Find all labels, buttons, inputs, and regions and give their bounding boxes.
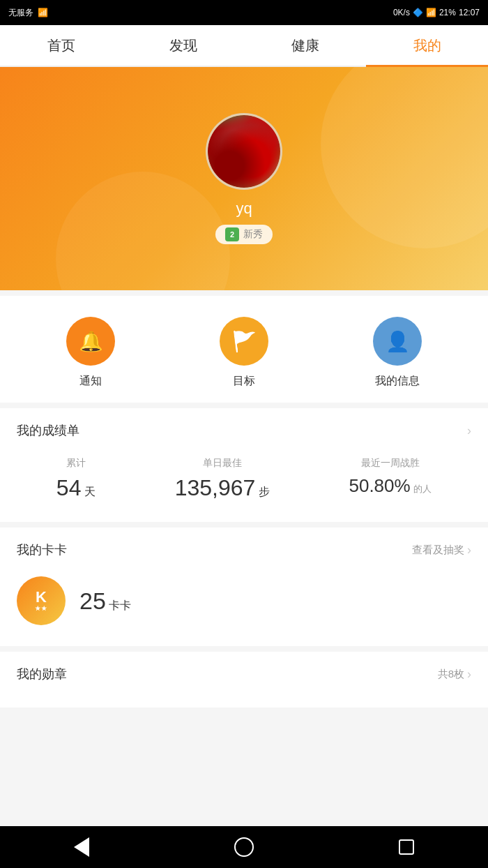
- kaka-title: 我的卡卡: [17, 541, 67, 558]
- stat-best-unit: 步: [259, 486, 270, 497]
- recents-icon: [399, 839, 414, 855]
- wifi-icon: 📶: [426, 8, 436, 17]
- avatar[interactable]: [206, 113, 282, 190]
- status-bar: 无服务 📶 0K/s 🔷 📶 21% 12:07: [0, 0, 488, 25]
- stat-total-value-row: 54 天: [56, 475, 96, 501]
- notification-icon-bg: 🔔: [66, 317, 115, 366]
- kaka-header: 我的卡卡 查看及抽奖 ›: [17, 541, 471, 558]
- status-left: 无服务 📶: [8, 7, 48, 19]
- bottom-nav: [0, 826, 488, 868]
- medal-header: 我的勋章 共8枚 ›: [17, 666, 471, 682]
- stat-weekly-value-row: 50.80% 的人: [349, 475, 432, 497]
- tab-discover[interactable]: 发现: [122, 25, 244, 66]
- medal-section: 我的勋章 共8枚 ›: [0, 652, 488, 708]
- stat-total-days: 累计 54 天: [56, 457, 96, 501]
- kaka-amount: 25: [79, 588, 106, 614]
- battery-percent: 21%: [439, 8, 456, 17]
- kaka-row: K ★★ 25 卡卡: [17, 569, 471, 632]
- user-icon: 👤: [386, 330, 410, 353]
- level-title: 新秀: [243, 228, 263, 241]
- signal-icons: 📶: [38, 8, 48, 17]
- status-right: 0K/s 🔷 📶 21% 12:07: [393, 8, 480, 17]
- scorecard-section: 我的成绩单 › 累计 54 天 单日最佳 135,967 步 最近一周战胜 50…: [0, 408, 488, 522]
- bell-icon: 🔔: [79, 330, 103, 353]
- stat-weekly-suffix: 的人: [413, 484, 432, 494]
- medal-title: 我的勋章: [17, 666, 67, 682]
- home-icon: [234, 837, 254, 857]
- stat-best-value-row: 135,967 步: [175, 475, 270, 501]
- time-display: 12:07: [459, 8, 480, 17]
- kaka-link-text: 查看及抽奖: [412, 544, 464, 557]
- kaka-unit: 卡卡: [109, 599, 131, 611]
- tab-health[interactable]: 健康: [244, 25, 366, 66]
- stat-total-label: 累计: [66, 457, 86, 470]
- nav-back-button[interactable]: [68, 833, 96, 861]
- medal-link[interactable]: 共8枚 ›: [438, 667, 471, 682]
- kaka-icon-letter: K: [36, 589, 47, 606]
- level-number: 2: [225, 227, 239, 241]
- back-icon: [74, 837, 89, 857]
- no-service-text: 无服务: [8, 7, 33, 19]
- myinfo-icon-bg: 👤: [373, 317, 422, 366]
- stat-weekly: 最近一周战胜 50.80% 的人: [349, 457, 432, 501]
- tab-home[interactable]: 首页: [0, 25, 122, 66]
- kaka-section: 我的卡卡 查看及抽奖 › K ★★ 25 卡卡: [0, 527, 488, 646]
- network-speed: 0K/s: [393, 8, 410, 17]
- kaka-icon-inner: K ★★: [35, 589, 47, 613]
- myinfo-label: 我的信息: [375, 374, 420, 389]
- level-badge: 2 新秀: [215, 225, 273, 244]
- goal-icon-bg: 🚩: [220, 317, 268, 366]
- medal-count: 共8枚: [438, 668, 464, 681]
- stats-row: 累计 54 天 单日最佳 135,967 步 最近一周战胜 50.80% 的人: [17, 450, 471, 508]
- scorecard-title: 我的成绩单: [17, 422, 79, 439]
- tab-mine[interactable]: 我的: [366, 25, 488, 66]
- action-myinfo[interactable]: 👤 我的信息: [321, 317, 474, 389]
- profile-header: yq 2 新秀: [0, 67, 488, 290]
- stat-weekly-label: 最近一周战胜: [361, 457, 420, 470]
- stat-total-value: 54: [56, 475, 82, 500]
- action-notification[interactable]: 🔔 通知: [14, 317, 167, 389]
- username: yq: [236, 200, 252, 218]
- kaka-link[interactable]: 查看及抽奖 ›: [412, 543, 471, 558]
- scorecard-chevron[interactable]: ›: [467, 424, 471, 438]
- stat-total-unit: 天: [84, 486, 96, 497]
- avatar-image: [208, 115, 280, 188]
- flag-icon: 🚩: [232, 330, 257, 353]
- stat-best-day: 单日最佳 135,967 步: [175, 457, 270, 501]
- nav-home-button[interactable]: [230, 833, 258, 861]
- scorecard-header: 我的成绩单 ›: [17, 422, 471, 439]
- kaka-chevron: ›: [467, 543, 471, 558]
- notification-label: 通知: [79, 374, 102, 389]
- quick-actions: 🔔 通知 🚩 目标 👤 我的信息: [0, 296, 488, 403]
- tab-bar: 首页 发现 健康 我的: [0, 25, 488, 67]
- nav-recents-button[interactable]: [392, 833, 420, 861]
- stat-best-value: 135,967: [175, 475, 256, 500]
- stat-best-label: 单日最佳: [203, 457, 242, 470]
- kaka-icon: K ★★: [17, 576, 66, 625]
- medal-chevron: ›: [467, 667, 471, 682]
- stat-weekly-value: 50.80%: [349, 475, 410, 496]
- goal-label: 目标: [233, 374, 255, 389]
- action-goal[interactable]: 🚩 目标: [167, 317, 321, 389]
- kaka-icon-stars: ★★: [35, 606, 47, 613]
- bluetooth-icon: 🔷: [413, 8, 423, 17]
- kaka-amount-row: 25 卡卡: [79, 588, 131, 615]
